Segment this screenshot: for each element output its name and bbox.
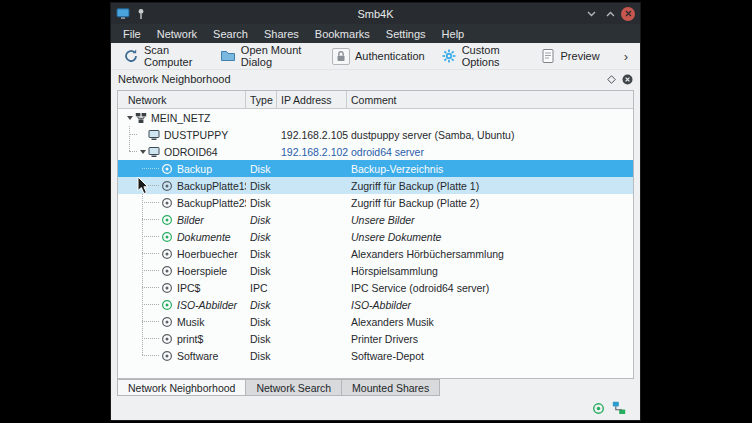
- authentication-button[interactable]: Authentication: [328, 46, 429, 67]
- share-name: Musik: [177, 316, 206, 328]
- minimize-button[interactable]: [583, 6, 599, 22]
- custom-options-label: Custom Options: [462, 44, 524, 68]
- table-row-share-selected[interactable]: Backup Disk Backup-Verzeichnis: [118, 160, 633, 177]
- expander-icon[interactable]: [124, 116, 135, 120]
- share-name: ISO-Abbilder: [177, 299, 239, 311]
- column-header-ip-address[interactable]: IP Address: [277, 91, 347, 108]
- dock-title: Network Neighborhood: [118, 73, 231, 85]
- menu-shares[interactable]: Shares: [256, 24, 307, 43]
- dock-close-icon[interactable]: [622, 74, 633, 85]
- comment-cell: Hörspielsammlung: [347, 265, 633, 277]
- comment-cell: dustpuppy server (Samba, Ubuntu): [347, 129, 633, 141]
- share-name: Hoerspiele: [177, 265, 229, 277]
- scan-computer-label: Scan Computer: [144, 44, 204, 68]
- menu-search[interactable]: Search: [205, 24, 256, 43]
- maximize-button[interactable]: [602, 6, 618, 22]
- comment-cell: Zugriff für Backup (Platte 1): [347, 180, 633, 192]
- table-row-share[interactable]: print$ Disk Printer Drivers: [118, 330, 633, 347]
- share-name: BackupPlatte1$: [177, 180, 246, 192]
- share-icon: [161, 316, 173, 328]
- tree-body: MEIN_NETZ DUSTPUPPY 192.168.2.105 dustpu…: [118, 109, 633, 378]
- share-name: Backup: [177, 163, 214, 175]
- titlebar[interactable]: Smb4K: [111, 3, 640, 24]
- comment-cell: Unsere Dokumente: [347, 231, 633, 243]
- tree-header: Network Type IP Address Comment: [118, 91, 633, 109]
- menu-help[interactable]: Help: [434, 24, 473, 43]
- server-icon: [148, 129, 160, 141]
- type-cell: Disk: [246, 248, 277, 260]
- table-row-share-mounted[interactable]: ISO-Abbilder Disk ISO-Abbilder: [118, 296, 633, 313]
- preview-label: Preview: [561, 50, 600, 62]
- type-cell: Disk: [246, 350, 277, 362]
- scan-computer-button[interactable]: Scan Computer: [119, 42, 208, 70]
- table-row-share[interactable]: Musik Disk Alexanders Musik: [118, 313, 633, 330]
- bottom-tabbar: Network Neighborhood Network Search Moun…: [111, 379, 640, 396]
- toolbar: Scan Computer Open Mount Dialog Authenti…: [111, 43, 640, 70]
- toolbar-overflow-button[interactable]: ›: [620, 49, 632, 64]
- table-row-share[interactable]: IPC$ IPC IPC Service (odroid64 server): [118, 279, 633, 296]
- share-name: BackupPlatte2$: [177, 197, 246, 209]
- expander-icon[interactable]: [137, 150, 148, 154]
- comment-cell: IPC Service (odroid64 server): [347, 282, 633, 294]
- tab-network-neighborhood[interactable]: Network Neighborhood: [117, 379, 246, 396]
- share-mounted-icon: [161, 214, 173, 226]
- workgroup-icon: [135, 112, 147, 124]
- share-icon: [161, 333, 173, 345]
- type-cell: Disk: [246, 231, 277, 243]
- table-row-share[interactable]: BackupPlatte2$ Disk Zugriff für Backup (…: [118, 194, 633, 211]
- menu-file[interactable]: File: [115, 24, 149, 43]
- table-row-share[interactable]: Hoerbuecher Disk Alexanders Hörbüchersam…: [118, 245, 633, 262]
- tab-network-search[interactable]: Network Search: [245, 379, 342, 396]
- menu-bookmarks[interactable]: Bookmarks: [307, 24, 378, 43]
- table-row-server[interactable]: DUSTPUPPY 192.168.2.105 dustpuppy server…: [118, 126, 633, 143]
- comment-cell: Backup-Verzeichnis: [347, 163, 633, 175]
- open-mount-dialog-button[interactable]: Open Mount Dialog: [216, 42, 320, 70]
- share-icon: [161, 282, 173, 294]
- table-row-share[interactable]: BackupPlatte1$ Disk Zugriff für Backup (…: [118, 177, 633, 194]
- table-row-share-mounted[interactable]: Dokumente Disk Unsere Dokumente: [118, 228, 633, 245]
- type-cell: Disk: [246, 299, 277, 311]
- menu-settings[interactable]: Settings: [378, 24, 434, 43]
- comment-cell: Zugriff für Backup (Platte 2): [347, 197, 633, 209]
- preview-button[interactable]: Preview: [536, 46, 604, 66]
- table-row-share-mounted[interactable]: Bilder Disk Unsere Bilder: [118, 211, 633, 228]
- share-icon: [161, 180, 173, 192]
- menu-network[interactable]: Network: [149, 24, 205, 43]
- network-connection-icon: [612, 401, 626, 415]
- table-row-share[interactable]: Software Disk Software-Depot: [118, 347, 633, 364]
- ip-cell: 192.168.2.102: [277, 146, 347, 158]
- preview-icon: [540, 48, 556, 64]
- share-mounted-icon: [161, 299, 173, 311]
- comment-cell: Unsere Bilder: [347, 214, 633, 226]
- float-icon[interactable]: [607, 75, 616, 84]
- comment-cell: odroid64 server: [347, 146, 633, 158]
- share-name: Hoerbuecher: [177, 248, 240, 260]
- mouse-cursor: [137, 176, 149, 199]
- custom-options-button[interactable]: Custom Options: [437, 42, 528, 70]
- gear-icon: [441, 48, 457, 64]
- folder-icon: [220, 48, 236, 64]
- share-icon: [161, 163, 173, 175]
- mounted-share-icon: [592, 402, 605, 415]
- table-row-share[interactable]: Hoerspiele Disk Hörspielsammlung: [118, 262, 633, 279]
- share-mounted-icon: [161, 231, 173, 243]
- column-header-network[interactable]: Network: [118, 91, 246, 108]
- smb4k-window: Smb4K File Network Search Shares Bo: [110, 2, 641, 421]
- column-header-type[interactable]: Type: [246, 91, 277, 108]
- table-row-server[interactable]: ODROID64 192.168.2.102 odroid64 server: [118, 143, 633, 160]
- share-icon: [161, 350, 173, 362]
- table-row-workgroup[interactable]: MEIN_NETZ: [118, 109, 633, 126]
- type-cell: Disk: [246, 316, 277, 328]
- type-cell: Disk: [246, 180, 277, 192]
- comment-cell: Alexanders Hörbüchersammlung: [347, 248, 633, 260]
- close-button[interactable]: [621, 7, 635, 21]
- type-cell: Disk: [246, 197, 277, 209]
- menubar: File Network Search Shares Bookmarks Set…: [111, 24, 640, 43]
- share-icon: [161, 248, 173, 260]
- app-icon: [116, 8, 130, 20]
- network-neighborhood-tree: Network Type IP Address Comment MEIN_NET…: [117, 90, 634, 379]
- chevron-right-icon: ›: [624, 49, 628, 64]
- tab-mounted-shares[interactable]: Mounted Shares: [341, 379, 440, 396]
- column-header-comment[interactable]: Comment: [347, 91, 633, 108]
- comment-cell: Software-Depot: [347, 350, 633, 362]
